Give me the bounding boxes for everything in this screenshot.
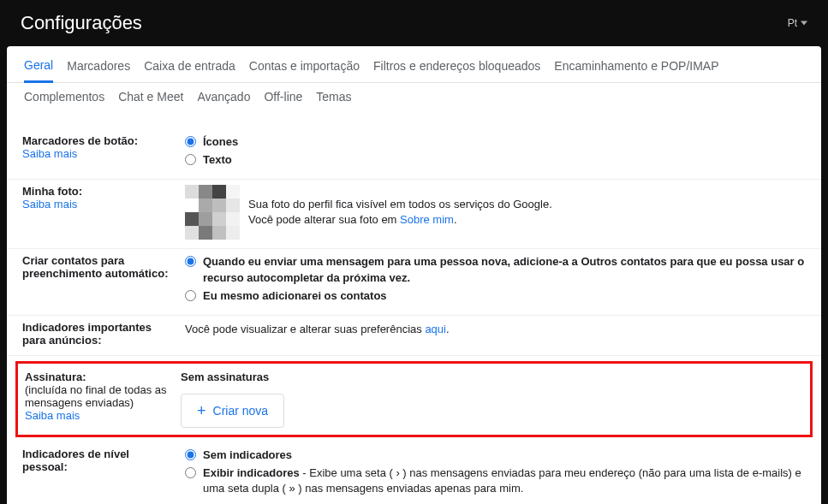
auto-contacts-add-label: Quando eu enviar uma mensagem para uma p… — [203, 254, 806, 285]
button-labels-text-radio[interactable] — [185, 154, 196, 165]
ads-title-1: Indicadores importantes — [22, 321, 178, 334]
personal-ind-title-1: Indicadores de nível — [22, 448, 178, 460]
tabs-secondary: Complementos Chat e Meet Avançado Off-li… — [7, 83, 821, 124]
tab-filters[interactable]: Filtros e endereços bloqueados — [373, 59, 540, 81]
ads-text-a: Você pode visualizar e alterar suas pref… — [185, 323, 425, 335]
tab-addons[interactable]: Complementos — [24, 90, 104, 112]
button-labels-icons-radio[interactable] — [185, 136, 196, 147]
tab-accounts[interactable]: Contas e importação — [249, 59, 360, 81]
create-signature-button[interactable]: + Criar nova — [181, 394, 284, 428]
auto-contacts-self-label: Eu mesmo adicionarei os contatos — [203, 288, 387, 304]
signature-subtitle: (incluída no final de todas as mensagens… — [25, 383, 174, 409]
signature-title: Assinatura: — [25, 371, 174, 383]
tab-labels[interactable]: Marcadores — [67, 59, 130, 81]
my-photo-learn-more-link[interactable]: Saiba mais — [22, 198, 77, 210]
auto-contacts-self-radio[interactable] — [185, 290, 196, 301]
chevron-down-icon — [801, 20, 807, 27]
photo-desc-line1: Sua foto do perfil fica visível em todos… — [248, 197, 552, 212]
button-labels-title: Marcadores de botão: — [22, 134, 178, 147]
ads-preferences-link[interactable]: aqui — [425, 323, 446, 335]
tab-chat[interactable]: Chat e Meet — [118, 90, 183, 112]
tab-forwarding[interactable]: Encaminhamento e POP/IMAP — [554, 59, 718, 81]
plus-icon: + — [197, 403, 206, 418]
language-switcher[interactable]: Pt — [788, 17, 807, 29]
no-indicators-label: Sem indicadores — [203, 448, 292, 463]
tab-general[interactable]: Geral — [24, 58, 53, 83]
photo-desc-line2a: Você pode alterar sua foto em — [248, 213, 400, 226]
tabs-primary: Geral Marcadores Caixa de entrada Contas… — [7, 46, 821, 83]
profile-photo-placeholder[interactable] — [185, 185, 240, 240]
create-signature-label: Criar nova — [213, 404, 269, 418]
show-indicators-radio[interactable] — [185, 467, 196, 478]
ads-text-b: . — [446, 323, 450, 335]
my-photo-title: Minha foto: — [22, 185, 178, 198]
page-title: Configurações — [21, 12, 142, 34]
no-indicators-radio[interactable] — [185, 449, 196, 460]
personal-ind-title-2: pessoal: — [22, 460, 178, 473]
auto-contacts-title-1: Criar contatos para — [22, 254, 178, 267]
show-indicators-label: Exibir indicadores — [203, 466, 300, 479]
photo-desc-period: . — [454, 213, 457, 226]
button-labels-text-label: Texto — [203, 152, 232, 168]
signature-section-highlight: Assinatura: (incluída no final de todas … — [15, 361, 813, 437]
tab-offline[interactable]: Off-line — [264, 90, 302, 112]
about-me-link[interactable]: Sobre mim — [400, 213, 454, 226]
auto-contacts-title-2: preenchimento automático: — [22, 267, 178, 280]
signature-learn-more-link[interactable]: Saiba mais — [25, 409, 80, 422]
auto-contacts-add-radio[interactable] — [185, 256, 196, 267]
tab-inbox[interactable]: Caixa de entrada — [144, 59, 235, 81]
button-labels-icons-label: Ícones — [203, 134, 238, 150]
language-label: Pt — [788, 17, 797, 29]
ads-title-2: para anúncios: — [22, 334, 178, 347]
tab-themes[interactable]: Temas — [316, 90, 351, 112]
no-signatures-heading: Sem assinaturas — [181, 371, 803, 383]
button-labels-learn-more-link[interactable]: Saiba mais — [22, 147, 77, 160]
tab-advanced[interactable]: Avançado — [197, 90, 250, 112]
